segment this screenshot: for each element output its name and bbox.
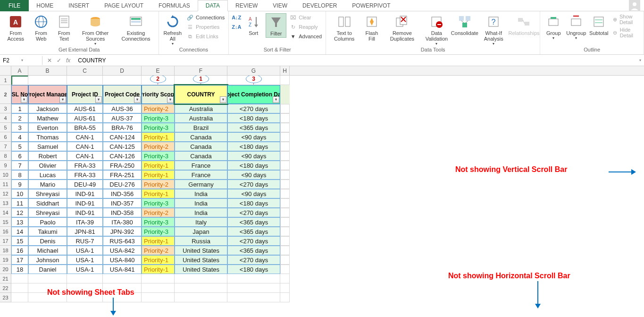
row-header[interactable]: 5	[0, 123, 11, 132]
cell-country[interactable]: United States	[175, 265, 227, 274]
row-header[interactable]: 10	[0, 170, 11, 180]
cell-days[interactable]: <365 days	[227, 123, 280, 132]
filter-dropdown-icon[interactable]: ▾	[134, 96, 141, 103]
cell-pm[interactable]: Daniel	[28, 265, 67, 274]
cell-sl[interactable]: 10	[11, 189, 28, 198]
cell-priority[interactable]: Priority-1	[142, 161, 175, 170]
cell-days[interactable]: <270 days	[227, 236, 280, 246]
row-header[interactable]: 17	[0, 236, 11, 246]
filter-dropdown-icon[interactable]: ▾	[21, 96, 27, 103]
col-header[interactable]: B	[28, 66, 67, 75]
cell-pm[interactable]: Paolo	[28, 217, 67, 227]
cell-country[interactable]: Australia	[175, 104, 227, 113]
cell-pid[interactable]: RUS-7	[67, 236, 103, 246]
cell-code[interactable]: USA-842	[103, 246, 142, 255]
cell-pid[interactable]: USA-1	[67, 255, 103, 265]
cell-priority[interactable]: Priority-3	[142, 113, 175, 123]
cell-days[interactable]: <270 days	[227, 180, 280, 189]
cell-country[interactable]: Canada	[175, 142, 227, 151]
row-header[interactable]: 9	[0, 161, 11, 170]
filter-button[interactable]: Filter	[266, 13, 286, 38]
tab-review[interactable]: REVIEW	[228, 0, 265, 11]
group-button[interactable]: Group▾	[543, 13, 564, 41]
from-web-button[interactable]: From Web	[30, 13, 51, 43]
what-if-button[interactable]: ?What-If Analysis▾	[478, 13, 509, 47]
sort-desc-button[interactable]: Z↓A	[232, 23, 241, 31]
cell-days[interactable]: <270 days	[227, 255, 280, 265]
cell-country[interactable]: United States	[175, 246, 227, 255]
tab-data[interactable]: DATA	[198, 0, 228, 11]
cell-sl[interactable]: 13	[11, 217, 28, 227]
cell-pid[interactable]: JPN-81	[67, 227, 103, 236]
tab-home[interactable]: HOME	[29, 0, 61, 11]
sort-button[interactable]: AZSort	[243, 13, 264, 37]
cell-sl[interactable]: 1	[11, 104, 28, 113]
cell-priority[interactable]: Priority-2	[142, 180, 175, 189]
cell-sl[interactable]: 9	[11, 180, 28, 189]
show-detail-button[interactable]: ⊕Show Detail	[611, 13, 641, 26]
cell-pm[interactable]: Lucas	[28, 170, 67, 180]
cell-pm[interactable]: Denis	[28, 236, 67, 246]
formula-input[interactable]: COUNTRY	[75, 56, 636, 65]
cell-sl[interactable]: 15	[11, 236, 28, 246]
cell-pm[interactable]: Jackson	[28, 104, 67, 113]
cell-code[interactable]: USA-841	[103, 265, 142, 274]
cell-code[interactable]: ITA-380	[103, 217, 142, 227]
cell-days[interactable]: <365 days	[227, 246, 280, 255]
edit-links-button[interactable]: ⧉Edit Links	[185, 32, 226, 41]
flash-fill-button[interactable]: Flash Fill	[361, 13, 382, 43]
col-header[interactable]: G	[227, 66, 280, 75]
filter-dropdown-icon[interactable]: ▾	[167, 96, 174, 103]
col-header[interactable]: A	[11, 66, 28, 75]
cell-code[interactable]: FRA-251	[103, 170, 142, 180]
cell-priority[interactable]: Priority-3	[142, 198, 175, 208]
cell-pm[interactable]: Samuel	[28, 142, 67, 151]
cell-days[interactable]: <180 days	[227, 113, 280, 123]
col-header[interactable]: D	[103, 66, 142, 75]
cell-pid[interactable]: AUS-61	[67, 104, 103, 113]
cell-sl[interactable]: 12	[11, 208, 28, 217]
cell-priority[interactable]: Priority-2	[142, 142, 175, 151]
existing-connections-button[interactable]: Existing Connections	[117, 13, 156, 43]
row-header[interactable]: 14	[0, 208, 11, 217]
tab-powerpivot[interactable]: POWERPIVOT	[344, 0, 398, 11]
tab-insert[interactable]: INSERT	[61, 0, 97, 11]
row-header[interactable]: 18	[0, 246, 11, 255]
cell-code[interactable]: USA-840	[103, 255, 142, 265]
row-header[interactable]: 12	[0, 189, 11, 198]
cell-code[interactable]: JPN-392	[103, 227, 142, 236]
cell-sl[interactable]: 16	[11, 246, 28, 255]
cell-pm[interactable]: Takumi	[28, 227, 67, 236]
col-header[interactable]: F	[175, 66, 227, 75]
filter-dropdown-icon[interactable]: ▾	[59, 96, 66, 103]
from-access-button[interactable]: AFrom Access	[3, 13, 28, 43]
advanced-button[interactable]: ▼Advanced	[288, 32, 323, 41]
filter-dropdown-icon[interactable]: ▾	[95, 96, 102, 103]
cell-pid[interactable]: USA-1	[67, 265, 103, 274]
cell-country[interactable]: India	[175, 198, 227, 208]
cell-code[interactable]: IND-357	[103, 198, 142, 208]
cell-priority[interactable]: Priority-3	[142, 151, 175, 161]
row-header[interactable]: 22	[0, 283, 11, 293]
cell-pm[interactable]: Shreyasi	[28, 189, 67, 198]
cell-code[interactable]: RUS-643	[103, 236, 142, 246]
cell-sl[interactable]: 5	[11, 142, 28, 151]
filter-dropdown-icon[interactable]: ▾	[220, 96, 226, 103]
cell-days[interactable]: <180 days	[227, 161, 280, 170]
cell-pid[interactable]: USA-1	[67, 246, 103, 255]
cell-pid[interactable]: FRA-33	[67, 161, 103, 170]
cell-pm[interactable]: Thomas	[28, 132, 67, 142]
cell-sl[interactable]: 7	[11, 161, 28, 170]
cell-days[interactable]: <90 days	[227, 170, 280, 180]
row-header[interactable]: 20	[0, 265, 11, 274]
cell-priority[interactable]: Priority-2	[142, 208, 175, 217]
cell-code[interactable]: AUS-36	[103, 104, 142, 113]
cell-priority[interactable]: Priority-3	[142, 123, 175, 132]
name-box[interactable]: F2▾	[0, 56, 42, 65]
tab-view[interactable]: VIEW	[265, 0, 295, 11]
cell-sl[interactable]: 8	[11, 170, 28, 180]
cell-sl[interactable]: 6	[11, 151, 28, 161]
cell-pm[interactable]: Johnson	[28, 255, 67, 265]
tab-page-layout[interactable]: PAGE LAYOUT	[97, 0, 151, 11]
cell-priority[interactable]: Priority-1	[142, 236, 175, 246]
